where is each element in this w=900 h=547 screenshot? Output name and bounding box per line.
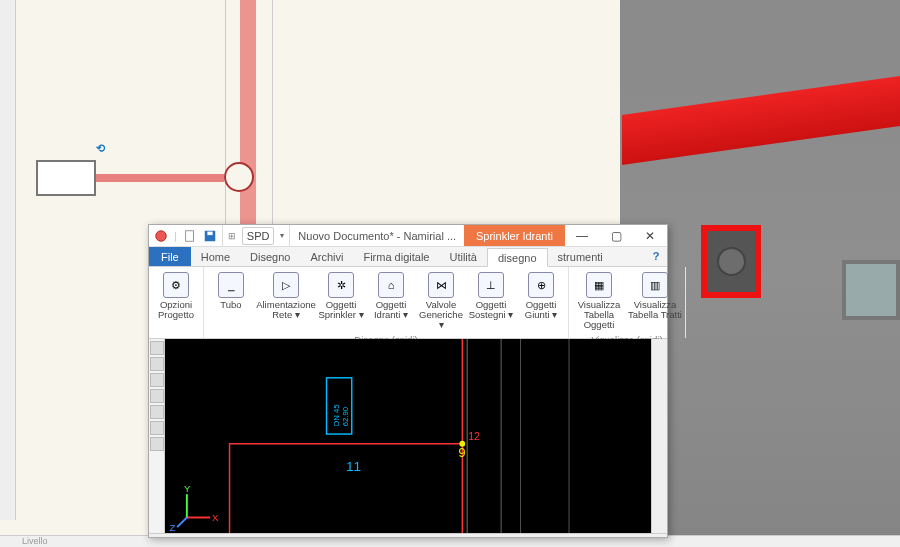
node-11-label: 11: [346, 459, 361, 474]
node-9-label: 9: [458, 446, 465, 460]
quick-access-toolbar: |: [149, 225, 223, 246]
device-arm: [96, 174, 224, 182]
tubo-icon: ⎯: [218, 272, 244, 298]
visualizza-tabella-oggetti-button[interactable]: ▦ Visualizza Tabella Oggetti: [571, 269, 627, 333]
minimize-button[interactable]: —: [565, 225, 599, 246]
menu-tab-utilita[interactable]: Utilità: [439, 247, 487, 266]
menu-tab-disegno[interactable]: Disegno: [240, 247, 300, 266]
opzioni-progetto-label: Opzioni Progetto: [151, 300, 201, 320]
rotate-icon[interactable]: ⟲: [88, 138, 112, 158]
block-text-dn: DN 45: [332, 404, 341, 426]
cad-tool-button[interactable]: [150, 437, 164, 451]
help-icon[interactable]: ?: [645, 247, 667, 266]
menu-tab-archivi[interactable]: Archivi: [300, 247, 353, 266]
svg-line-13: [177, 517, 187, 527]
valve-icon: ⋈: [428, 272, 454, 298]
oggetti-idranti-button[interactable]: ⌂ Oggetti Idranti ▾: [366, 269, 416, 333]
table-segments-icon: ▥: [642, 272, 668, 298]
block-text-val: 62.90: [341, 407, 350, 426]
context-tab-sprinkler[interactable]: Sprinkler Idranti: [464, 225, 565, 246]
status-bar: [149, 533, 667, 537]
visualizza-tabella-tratti-button[interactable]: ▥ Visualizza Tabella Tratti: [627, 269, 683, 333]
menu-file[interactable]: File: [149, 247, 191, 266]
ribbon-group-disegno: ⎯ Tubo ▷ Alimentazione Rete ▾ ✲ Oggetti …: [204, 267, 569, 338]
device-joint: [224, 162, 254, 192]
ribbon: ⚙ Opzioni Progetto ⎯ Tubo ▷ Alimentazion…: [149, 267, 667, 339]
device-box: [36, 160, 96, 196]
table-objects-icon: ▦: [586, 272, 612, 298]
new-icon[interactable]: [183, 229, 197, 243]
menu-tab-home[interactable]: Home: [191, 247, 240, 266]
dropdown-icon[interactable]: ▾: [280, 231, 284, 240]
sprinkler-icon: ✲: [328, 272, 354, 298]
app-icon: [154, 229, 168, 243]
play-icon: ▷: [273, 272, 299, 298]
cad-tool-button[interactable]: [150, 373, 164, 387]
app-window: | ⊞ SPD ▾ Nuovo Documento* - Namirial ..…: [148, 224, 668, 538]
alimentazione-rete-button[interactable]: ▷ Alimentazione Rete ▾: [256, 269, 316, 333]
sub-tab-disegno[interactable]: disegno: [487, 248, 548, 267]
close-button[interactable]: ✕: [633, 225, 667, 246]
cad-tool-button[interactable]: [150, 389, 164, 403]
cad-tool-button[interactable]: [150, 341, 164, 355]
svg-text:X: X: [212, 512, 219, 523]
maximize-button[interactable]: ▢: [599, 225, 633, 246]
cad-viewport[interactable]: 12 9 11 DN 45 62.90 X Y Z: [165, 339, 651, 533]
gear-icon: ⚙: [163, 272, 189, 298]
ribbon-group-label: [151, 323, 201, 326]
ribbon-group-visualizza: ▦ Visualizza Tabella Oggetti ▥ Visualizz…: [569, 267, 686, 338]
save-icon[interactable]: [203, 229, 217, 243]
canvas-area: 12 9 11 DN 45 62.90 X Y Z: [149, 339, 667, 533]
ribbon-group-opzioni: ⚙ Opzioni Progetto: [149, 267, 204, 338]
valvole-generiche-button[interactable]: ⋈ Valvole Generiche ▾: [416, 269, 466, 333]
oggetti-sostegni-button[interactable]: ⊥ Oggetti Sostegni ▾: [466, 269, 516, 333]
sub-tab-strumenti[interactable]: strumenti: [548, 247, 613, 266]
spd-selector[interactable]: SPD: [242, 227, 275, 245]
titlebar[interactable]: | ⊞ SPD ▾ Nuovo Documento* - Namirial ..…: [149, 225, 667, 247]
tubo-button[interactable]: ⎯ Tubo: [206, 269, 256, 333]
support-icon: ⊥: [478, 272, 504, 298]
divider: |: [174, 230, 177, 242]
menu-tab-firma[interactable]: Firma digitale: [353, 247, 439, 266]
vertical-scrollbar[interactable]: [651, 339, 667, 533]
cad-tool-button[interactable]: [150, 405, 164, 419]
node-12-label: 12: [468, 430, 480, 442]
svg-point-0: [156, 230, 167, 241]
hydrant-icon: ⌂: [378, 272, 404, 298]
svg-text:Y: Y: [184, 483, 191, 494]
oggetti-giunti-button[interactable]: ⊕ Oggetti Giunti ▾: [516, 269, 566, 333]
cad-tool-button[interactable]: [150, 357, 164, 371]
fire-hose-cabinet: [701, 225, 761, 298]
background-tool-strip[interactable]: [0, 0, 16, 520]
svg-rect-3: [207, 231, 212, 235]
oggetti-sprinkler-button[interactable]: ✲ Oggetti Sprinkler ▾: [316, 269, 366, 333]
svg-text:Z: Z: [169, 522, 175, 533]
window-title: Nuovo Documento* - Namirial ...: [290, 225, 463, 246]
menu-bar: File Home Disegno Archivi Firma digitale…: [149, 247, 667, 267]
hose-reel-icon: [717, 247, 746, 276]
cad-tool-strip: [149, 339, 165, 533]
status-level-label: Livello: [22, 536, 48, 546]
joint-icon: ⊕: [528, 272, 554, 298]
cad-tool-button[interactable]: [150, 421, 164, 435]
opzioni-progetto-button[interactable]: ⚙ Opzioni Progetto: [151, 269, 201, 323]
qa-spd-group[interactable]: ⊞ SPD ▾: [223, 225, 291, 246]
3d-window: [842, 260, 900, 320]
svg-rect-1: [185, 230, 193, 241]
